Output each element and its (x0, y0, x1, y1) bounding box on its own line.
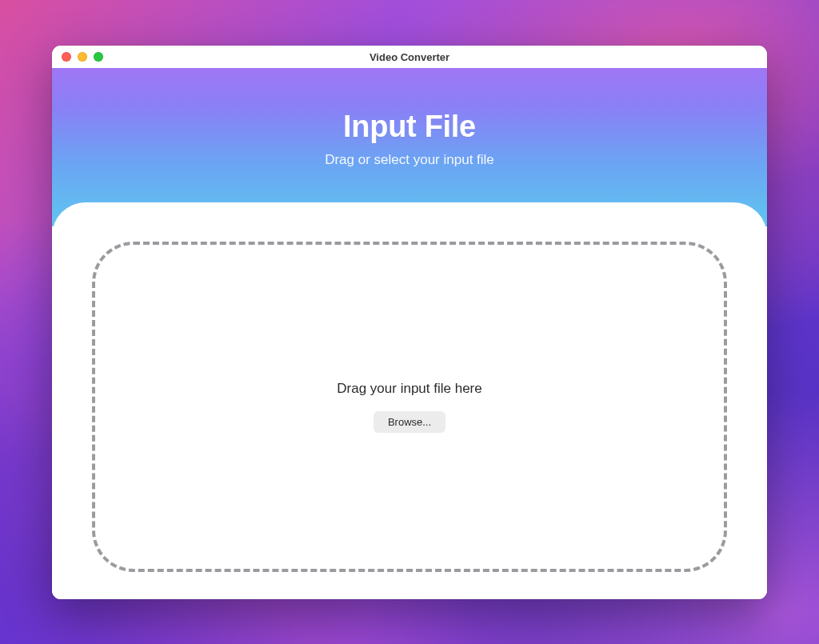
app-window: Video Converter Input File Drag or selec… (52, 46, 767, 599)
window-title: Video Converter (52, 51, 767, 63)
close-icon[interactable] (62, 52, 71, 62)
page-title: Input File (343, 110, 476, 144)
window-titlebar[interactable]: Video Converter (52, 46, 767, 68)
minimize-icon[interactable] (78, 52, 87, 62)
content-card: Drag your input file here Browse... (52, 202, 767, 599)
browse-button[interactable]: Browse... (374, 411, 445, 433)
drop-instruction: Drag your input file here (337, 381, 481, 397)
traffic-lights (52, 52, 103, 62)
maximize-icon[interactable] (94, 52, 103, 62)
file-drop-zone[interactable]: Drag your input file here Browse... (92, 242, 727, 572)
page-subtitle: Drag or select your input file (325, 152, 494, 168)
